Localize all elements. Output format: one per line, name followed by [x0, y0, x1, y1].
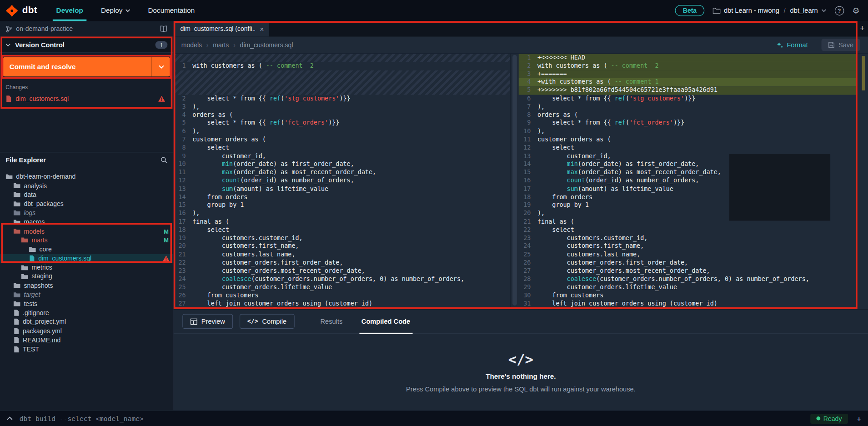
version-control-header[interactable]: Version Control 1	[0, 37, 173, 53]
overview-ruler[interactable]	[858, 54, 868, 309]
preview-button[interactable]: Preview	[182, 314, 233, 329]
tree-item-tests[interactable]: tests	[0, 299, 173, 308]
tree-item-label: models	[24, 228, 44, 235]
code-line-12: 12 count(order_id) as number_of_orders,	[174, 177, 510, 185]
code-line-4: 4+with customers as ( -- comment 1	[519, 78, 858, 86]
tree-item-.gitignore[interactable]: .gitignore	[0, 308, 173, 317]
git-branch-row[interactable]: on-demand-practice	[0, 21, 173, 36]
diff-pane-original[interactable]: 1with customers as ( -- comment 22 selec…	[174, 54, 510, 309]
file-icon	[13, 319, 19, 326]
line-number: 23	[519, 234, 537, 242]
tree-item-label: README.md	[23, 337, 60, 344]
scrollbar-thumb[interactable]	[512, 55, 517, 306]
folder-icon	[13, 228, 20, 234]
search-icon[interactable]	[161, 156, 168, 164]
dbt-command-input[interactable]	[20, 415, 803, 422]
save-button[interactable]: Save	[821, 39, 860, 51]
tree-item-target[interactable]: target	[0, 290, 173, 299]
git-branch-icon	[5, 25, 12, 33]
dbt-home-link[interactable]: dbt	[0, 4, 47, 17]
new-tab-button[interactable]: +	[860, 23, 865, 33]
folder-icon	[13, 282, 20, 288]
editor-tab-dim-customers[interactable]: dim_customers.sql (confli... ×	[174, 21, 269, 36]
docs-panel-icon[interactable]	[160, 25, 167, 32]
nav-right: Beta dbt Learn - mwong / dbt_learn ? ⚙	[675, 5, 868, 16]
chevron-down-icon	[158, 65, 164, 69]
nav-item-develop[interactable]: Develop	[47, 0, 92, 21]
tree-item-packages.yml[interactable]: packages.yml	[0, 326, 173, 336]
line-number: 32	[519, 308, 537, 309]
tree-item-metrics[interactable]: metrics	[0, 263, 173, 272]
tree-item-logs[interactable]: logs	[0, 208, 173, 217]
close-tab-icon[interactable]: ×	[260, 25, 264, 33]
line-number: 5	[174, 120, 192, 128]
folder-icon	[13, 191, 20, 197]
folder-icon	[21, 264, 28, 270]
line-number: 21	[174, 251, 192, 259]
panel-tab-results[interactable]: Results	[311, 309, 352, 334]
tree-item-analysis[interactable]: analysis	[0, 181, 173, 190]
tree-item-dim_customers.sql[interactable]: dim_customers.sql	[0, 254, 173, 263]
save-icon	[828, 41, 835, 48]
diff-alignment-filler	[174, 54, 510, 62]
code-line-6: 6),	[174, 128, 510, 136]
breadcrumb-item[interactable]: models	[181, 41, 202, 48]
panel-tabs: ResultsCompiled Code	[311, 309, 420, 334]
code-line-19: 19 customers.customer_id,	[174, 234, 510, 242]
tree-item-label: packages.yml	[23, 328, 62, 335]
tree-item-dbt_project.yml[interactable]: dbt_project.yml	[0, 317, 173, 326]
tree-item-README.md[interactable]: README.md	[0, 336, 173, 345]
commit-options-caret[interactable]	[151, 57, 170, 77]
breadcrumb-item[interactable]: marts	[213, 41, 229, 48]
tree-item-core[interactable]: core	[0, 245, 173, 254]
nav-item-documentation[interactable]: Documentation	[139, 0, 204, 21]
expand-panel-icon[interactable]	[7, 416, 13, 421]
line-number: 30	[519, 292, 537, 300]
compile-button[interactable]: </> Compile	[240, 314, 295, 329]
project-switcher[interactable]: dbt Learn - mwong / dbt_learn	[713, 7, 826, 15]
file-explorer-header[interactable]: File Explorer	[0, 152, 173, 167]
tree-item-staging[interactable]: staging	[0, 272, 173, 281]
tree-item-macros[interactable]: macros	[0, 217, 173, 226]
diff-alignment-filler	[174, 70, 510, 95]
line-number: 16	[174, 210, 192, 218]
code-line-3: 3+=======	[519, 70, 858, 78]
line-number: 15	[174, 201, 192, 210]
panel-tab-compiled-code[interactable]: Compiled Code	[352, 309, 420, 334]
line-number: 7	[519, 103, 537, 111]
command-bar-right: Ready +	[810, 413, 862, 423]
diff-editor[interactable]: 1with customers as ( -- comment 22 selec…	[174, 54, 868, 309]
commit-and-resolve-button[interactable]: Commit and resolve	[3, 57, 170, 77]
settings-gear-icon[interactable]: ⚙	[852, 6, 859, 15]
tree-item-marts[interactable]: martsM	[0, 236, 173, 245]
tree-item-models[interactable]: modelsM	[0, 226, 173, 236]
code-line-17: 17final as (	[174, 218, 510, 226]
code-line-7: 7),	[519, 103, 858, 111]
tree-item-dbt-learn-on-demand[interactable]: dbt-learn-on-demand	[0, 172, 173, 181]
nav-item-deploy[interactable]: Deploy	[92, 0, 139, 21]
warning-icon	[158, 95, 166, 102]
code-line-24: 24 customers.first_name,	[519, 242, 858, 251]
format-button[interactable]: Format	[776, 41, 808, 49]
tree-item-snapshots[interactable]: snapshots	[0, 281, 173, 290]
changed-file-row[interactable]: dim_customers.sql	[0, 93, 173, 104]
help-icon[interactable]: ?	[834, 6, 844, 15]
line-number: 16	[519, 177, 537, 185]
tree-item-dbt_packages[interactable]: dbt_packages	[0, 199, 173, 208]
version-control-title: Version Control	[15, 41, 151, 49]
line-number: 15	[519, 169, 537, 177]
code-line-30: 30 from customers	[519, 292, 858, 300]
line-number: 10	[519, 128, 537, 136]
folder-icon	[13, 210, 20, 216]
line-number: 6	[519, 95, 537, 103]
changes-label: Changes	[5, 84, 173, 90]
tree-item-TEST[interactable]: TEST	[0, 345, 173, 354]
breadcrumb-item[interactable]: dim_customers.sql	[240, 41, 293, 48]
add-command-icon[interactable]: +	[857, 414, 861, 423]
editor-scrollbar[interactable]	[510, 54, 518, 309]
tree-item-data[interactable]: data	[0, 190, 173, 199]
code-line-16: 16),	[174, 210, 510, 218]
line-number: 24	[519, 242, 537, 251]
version-control-spacer	[0, 104, 173, 152]
file-icon	[13, 310, 19, 316]
